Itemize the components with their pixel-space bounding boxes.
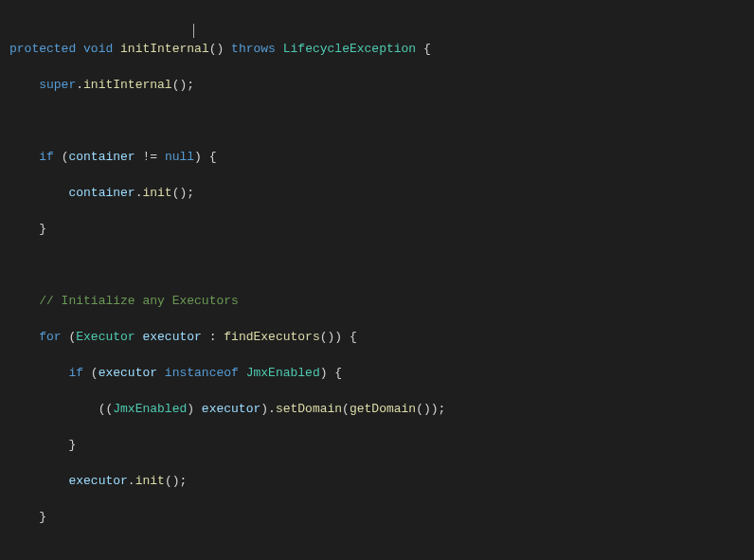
punct: ( [342, 402, 350, 416]
type: Executor [76, 330, 135, 344]
code-line[interactable]: } [9, 508, 745, 526]
code-line[interactable] [9, 112, 745, 130]
keyword: super [39, 78, 76, 92]
indent [9, 510, 39, 524]
indent [9, 78, 39, 92]
method-name: init [142, 186, 171, 200]
punct: ( [54, 150, 69, 164]
code-line[interactable]: } [9, 436, 745, 454]
indent [9, 150, 39, 164]
keyword: protected [9, 42, 76, 56]
method-name: setDomain [276, 402, 342, 416]
punct: ). [260, 402, 276, 416]
punct: ) [187, 402, 202, 416]
punct: != [135, 150, 165, 164]
code-editor[interactable]: protected void initInternal() throws Lif… [0, 0, 754, 560]
code-line[interactable]: ((JmxEnabled) executor).setDomain(getDom… [9, 400, 745, 418]
code-line[interactable]: if (executor instanceof JmxEnabled) { [9, 364, 745, 382]
variable: executor [99, 366, 157, 380]
text-cursor [193, 24, 194, 38]
punct: ( [83, 366, 99, 380]
keyword: instanceof [157, 366, 246, 380]
keyword: if [39, 150, 54, 164]
comment: // Initialize any Executors [39, 294, 239, 308]
keyword: null [165, 150, 194, 164]
indent [9, 294, 39, 308]
type: LifecycleException [283, 42, 416, 56]
variable: executor [68, 474, 127, 488]
indent [9, 402, 99, 416]
punct: () [209, 42, 224, 56]
code-line[interactable]: for (Executor executor : findExecutors()… [9, 328, 745, 346]
punct: } [68, 438, 76, 452]
indent [9, 438, 68, 452]
punct: (); [165, 474, 187, 488]
keyword: throws [231, 42, 276, 56]
type: JmxEnabled [246, 366, 320, 380]
punct: ( [62, 330, 77, 344]
method-name: init [135, 474, 165, 488]
punct: (); [172, 78, 194, 92]
code-line[interactable]: container.init(); [9, 184, 745, 202]
punct: . [128, 474, 135, 488]
code-line[interactable]: super.initInternal(); [9, 76, 745, 94]
type: JmxEnabled [113, 402, 187, 416]
code-line[interactable] [9, 544, 745, 560]
punct: ()); [416, 402, 445, 416]
punct: ()) { [320, 330, 357, 344]
method-name: findExecutors [224, 330, 319, 344]
punct: { [416, 42, 431, 56]
code-line[interactable]: executor.init(); [9, 472, 745, 490]
punct: } [39, 222, 46, 236]
method-name: initInternal [83, 78, 172, 92]
code-line[interactable]: // Initialize any Executors [9, 292, 745, 310]
indent [9, 222, 39, 236]
variable: executor [135, 330, 202, 344]
variable: container [68, 186, 135, 200]
punct: ) { [194, 150, 216, 164]
variable: container [68, 150, 135, 164]
code-line[interactable] [9, 256, 745, 274]
punct: } [39, 510, 46, 524]
keyword: void [83, 42, 113, 56]
code-line[interactable]: } [9, 220, 745, 238]
variable: executor [202, 402, 260, 416]
punct: . [76, 78, 83, 92]
punct: (); [172, 186, 194, 200]
indent [9, 366, 68, 380]
punct: ) { [320, 366, 342, 380]
keyword: if [68, 366, 83, 380]
keyword: for [39, 330, 61, 344]
code-line[interactable]: if (container != null) { [9, 148, 745, 166]
method-name: getDomain [350, 402, 416, 416]
indent [9, 186, 68, 200]
code-line[interactable]: protected void initInternal() throws Lif… [9, 40, 745, 58]
indent [9, 474, 68, 488]
indent [9, 330, 39, 344]
method-name: initInternal [120, 42, 209, 56]
punct: : [202, 330, 224, 344]
punct: (( [99, 402, 114, 416]
